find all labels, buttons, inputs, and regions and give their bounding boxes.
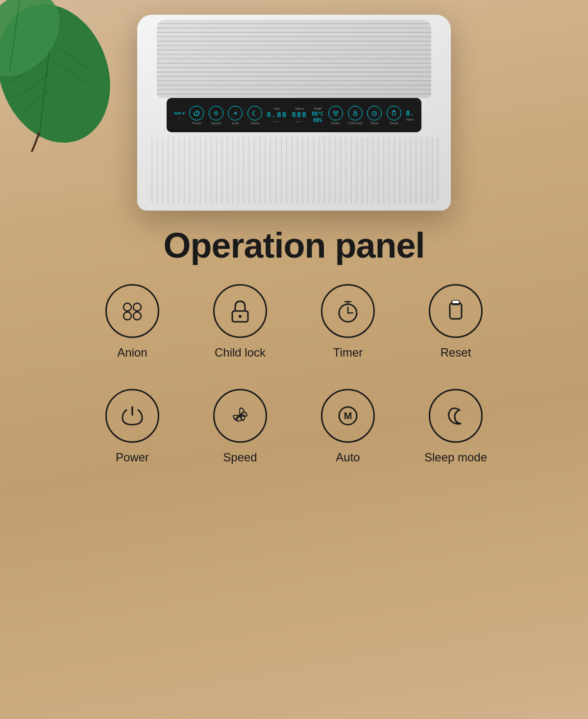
anion-item: Anion [98,284,167,360]
auto-icon: M [333,401,363,431]
svg-point-15 [335,114,337,116]
power-icon [118,401,147,431]
moon-icon [441,401,470,431]
sleep-mode-icon-circle [429,389,483,443]
plant-decoration [0,0,118,152]
icons-row-1: Anion Child lock [0,284,588,360]
anion-icon-circle [105,284,159,338]
svg-point-23 [133,303,141,311]
svg-text:M: M [344,410,352,421]
sleep-mode-label: Sleep mode [424,451,487,464]
svg-point-13 [333,111,335,113]
reset-icon [441,296,470,326]
lock-icon [225,296,255,326]
anion-icon [118,296,147,326]
auto-icon-circle: M [321,389,375,443]
power-item: Power [98,389,167,464]
power-label: Power [116,451,149,464]
power-icon-circle [105,389,159,443]
sleep-mode-item: Sleep mode [421,389,490,464]
control-panel: WiFi ▾ ● Power [167,98,421,132]
svg-rect-20 [392,111,395,115]
speed-icon-circle [213,389,267,443]
svg-rect-35 [452,301,459,303]
svg-point-36 [239,414,242,417]
auto-label: Auto [336,451,360,464]
vent-front [147,137,441,203]
svg-point-27 [239,315,242,318]
reset-item: Reset [421,284,490,360]
icons-grid: Anion Child lock [0,284,588,474]
purifier-image: WiFi ▾ ● Power [122,10,466,216]
speed-item: Speed [206,389,274,464]
svg-line-12 [215,112,217,114]
child-lock-icon-circle [213,284,267,338]
svg-point-14 [336,111,338,113]
speed-label: Speed [223,451,257,464]
icons-row-2: Power Speed [0,389,588,464]
reset-label: Reset [441,346,471,360]
section-title: Operation panel [0,225,588,265]
auto-item: M Auto [314,389,382,464]
speed-icon [225,401,255,431]
svg-point-24 [123,312,131,320]
svg-rect-16 [354,113,357,116]
svg-point-25 [133,312,141,320]
svg-rect-33 [450,303,462,319]
timer-item: Timer [314,284,382,360]
section-title-container: Operation panel [0,225,588,265]
reset-icon-circle [429,284,483,338]
anion-label: Anion [117,346,147,360]
vent-top [157,20,431,98]
svg-point-22 [123,303,131,311]
timer-icon [333,296,363,326]
timer-label: Timer [333,346,363,360]
child-lock-item: Child lock [206,284,274,360]
timer-icon-circle [321,284,375,338]
purifier-body: WiFi ▾ ● Power [137,15,451,211]
child-lock-label: Child lock [215,346,266,360]
